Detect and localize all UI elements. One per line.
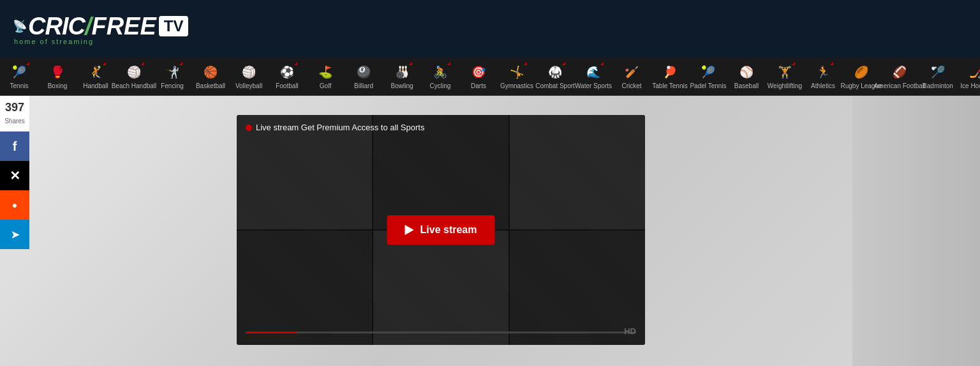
live-badge-text: Live stream Get Premium Access to all Sp…	[256, 123, 424, 132]
golf-label: Golf	[320, 82, 331, 89]
progress-bar[interactable]	[246, 332, 636, 333]
ice-hockey-label: Ice Hockey	[960, 82, 980, 89]
nav-triangle-icon	[447, 62, 450, 65]
share-count-box: 397 Shares	[0, 96, 29, 132]
live-stream-button[interactable]: Live stream	[387, 215, 495, 245]
hd-badge: HD	[624, 326, 636, 336]
nav-item-billiard[interactable]: 🎱Billiard	[345, 61, 383, 92]
nav-triangle-icon	[830, 62, 833, 65]
nav-item-darts[interactable]: 🎯Darts	[459, 61, 498, 92]
antenna-icon: 📡	[13, 19, 27, 33]
nav-triangle-icon	[600, 62, 604, 65]
nav-item-padel-tennis[interactable]: 🎾Padel Tennis	[689, 61, 727, 92]
nav-triangle-icon	[294, 62, 297, 65]
nav-item-boxing[interactable]: 🥊Boxing	[38, 61, 77, 92]
main-content: 397 Shares f ✕ ● ➤ Live stream Get Premi…	[0, 96, 980, 366]
american-football-icon: 🏈	[891, 63, 909, 81]
nav-item-cycling[interactable]: 🚴Cycling	[421, 61, 459, 92]
nav-item-basketball[interactable]: 🏀Basketball	[191, 61, 230, 92]
ice-hockey-icon: 🏒	[967, 63, 980, 81]
nav-triangle-icon	[562, 62, 565, 65]
logo-slash: /	[85, 13, 92, 40]
gymnastics-label: Gymnastics	[500, 82, 533, 89]
social-sidebar: 397 Shares f ✕ ● ➤	[0, 96, 29, 366]
padel-tennis-icon: 🎾	[699, 63, 717, 81]
telegram-share-button[interactable]: ➤	[0, 220, 29, 249]
video-container: Live stream Get Premium Access to all Sp…	[29, 96, 852, 366]
live-badge: Live stream Get Premium Access to all Sp…	[246, 123, 424, 132]
handball-label: Handball	[83, 82, 108, 89]
baseball-icon: ⚾	[738, 63, 755, 81]
nav-triangle-icon	[792, 62, 795, 65]
athletics-icon: 🏃	[814, 63, 832, 81]
facebook-share-button[interactable]: f	[0, 132, 29, 161]
logo[interactable]: 📡 CRIC / FREE TV home of streaming	[13, 13, 188, 45]
nav-item-fencing[interactable]: 🤺Fencing	[153, 61, 191, 92]
twitter-share-button[interactable]: ✕	[0, 161, 29, 190]
video-cell	[510, 115, 645, 229]
football-label: Football	[276, 82, 299, 89]
baseball-label: Baseball	[734, 82, 759, 89]
gymnastics-icon: 🤸	[508, 63, 526, 81]
sport-nav: 🎾Tennis🥊Boxing🤾Handball🏐Beach Handball🤺F…	[0, 57, 980, 96]
nav-item-ice-hockey[interactable]: 🏒Ice Hockey	[957, 61, 980, 92]
nav-item-badminton[interactable]: 🏸Badminton	[919, 61, 957, 92]
badminton-icon: 🏸	[929, 63, 947, 81]
darts-label: Darts	[471, 82, 486, 89]
athletics-label: Athletics	[811, 82, 835, 89]
combat-sport-label: Combat Sport	[535, 82, 575, 89]
nav-item-cricket[interactable]: 🏏Cricket	[612, 61, 651, 92]
combat-sport-icon: 🥋	[546, 63, 564, 81]
nav-item-golf[interactable]: ⛳Golf	[306, 61, 345, 92]
fencing-icon: 🤺	[163, 63, 181, 81]
nav-item-baseball[interactable]: ⚾Baseball	[727, 61, 766, 92]
nav-item-football[interactable]: ⚽Football	[268, 61, 306, 92]
nav-item-water-sports[interactable]: 🌊Water Sports	[574, 61, 612, 92]
nav-item-beach-handball[interactable]: 🏐Beach Handball	[115, 61, 153, 92]
fencing-label: Fencing	[161, 82, 184, 89]
nav-item-bowling[interactable]: 🎳Bowling	[383, 61, 421, 92]
nav-item-tennis[interactable]: 🎾Tennis	[0, 61, 38, 92]
basketball-label: Basketball	[196, 82, 225, 89]
water-sports-label: Water Sports	[575, 82, 612, 89]
nav-triangle-icon	[141, 62, 144, 65]
nav-item-handball[interactable]: 🤾Handball	[77, 61, 115, 92]
nav-triangle-icon	[26, 62, 29, 65]
right-panel	[852, 96, 980, 366]
logo-tv: TV	[159, 16, 189, 36]
nav-item-gymnastics[interactable]: 🤸Gymnastics	[498, 61, 536, 92]
nav-item-table-tennis[interactable]: 🏓Table Tennis	[651, 61, 689, 92]
nav-item-weightlifting[interactable]: 🏋️Weightlifting	[766, 61, 804, 92]
nav-item-volleyball[interactable]: 🏐Volleyball	[230, 61, 268, 92]
nav-triangle-icon	[409, 62, 412, 65]
volleyball-icon: 🏐	[240, 63, 258, 81]
nav-triangle-icon	[103, 62, 106, 65]
live-dot-icon	[246, 125, 252, 131]
bowling-label: Bowling	[390, 82, 413, 89]
boxing-label: Boxing	[48, 82, 68, 89]
darts-icon: 🎯	[470, 63, 487, 81]
play-button-label: Live stream	[420, 224, 477, 236]
share-number: 397	[3, 101, 27, 114]
billiard-label: Billiard	[354, 82, 373, 89]
reddit-share-button[interactable]: ●	[0, 190, 29, 220]
cycling-label: Cycling	[430, 82, 451, 89]
tennis-label: Tennis	[10, 82, 29, 89]
golf-icon: ⛳	[316, 63, 334, 81]
badminton-label: Badminton	[923, 82, 953, 89]
billiard-icon: 🎱	[355, 63, 373, 81]
weightlifting-label: Weightlifting	[768, 82, 802, 89]
nav-item-athletics[interactable]: 🏃Athletics	[804, 61, 842, 92]
basketball-icon: 🏀	[202, 63, 219, 81]
table-tennis-label: Table Tennis	[652, 82, 687, 89]
nav-item-combat-sport[interactable]: 🥋Combat Sport	[536, 61, 574, 92]
water-sports-icon: 🌊	[584, 63, 602, 81]
volleyball-label: Volleyball	[235, 82, 262, 89]
rugby-league-icon: 🏉	[852, 63, 870, 81]
nav-item-american-football[interactable]: 🏈American Football	[880, 61, 919, 92]
video-player[interactable]: Live stream Get Premium Access to all Sp…	[237, 115, 645, 345]
weightlifting-icon: 🏋️	[776, 63, 794, 81]
padel-tennis-label: Padel Tennis	[690, 82, 726, 89]
beach-handball-label: Beach Handball	[112, 82, 157, 89]
table-tennis-icon: 🏓	[661, 63, 679, 81]
